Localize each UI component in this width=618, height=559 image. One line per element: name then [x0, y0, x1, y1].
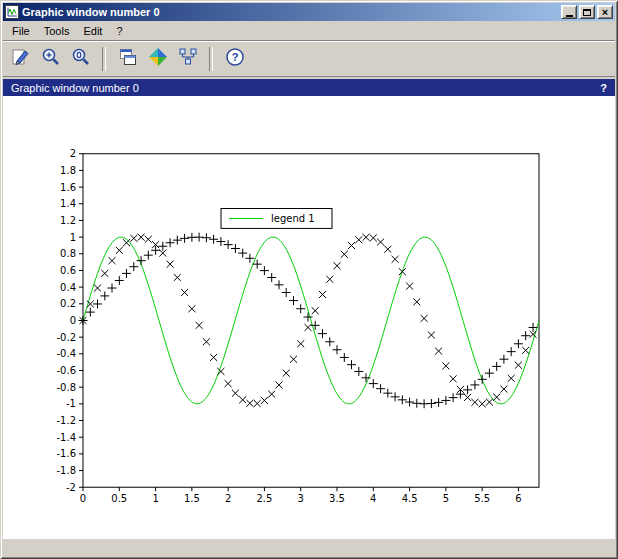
svg-text:-1: -1 [66, 398, 76, 409]
svg-text:-0.4: -0.4 [57, 348, 76, 359]
menu-tools[interactable]: Tools [37, 23, 77, 39]
svg-text:2.5: 2.5 [256, 493, 272, 504]
maximize-icon [583, 9, 591, 16]
menu-file[interactable]: File [5, 23, 37, 39]
titlebar[interactable]: Graphic window number 0 × [3, 3, 615, 21]
toolbar-separator [209, 47, 213, 71]
window-bottom-frame [3, 539, 615, 556]
plot: 00.511.522.533.544.555.5621.81.61.41.210… [3, 96, 615, 539]
svg-text:0.6: 0.6 [60, 265, 76, 276]
svg-text:-0.8: -0.8 [57, 382, 76, 393]
close-icon: × [602, 7, 608, 17]
close-button[interactable]: × [597, 5, 613, 19]
ged-icon [178, 47, 198, 70]
svg-text:-2: -2 [66, 482, 76, 493]
help-icon: ? [225, 47, 245, 70]
svg-text:3: 3 [298, 493, 304, 504]
infobar-title: Graphic window number 0 [11, 82, 139, 94]
svg-text:1.4: 1.4 [60, 198, 76, 209]
svg-text:0.4: 0.4 [60, 282, 76, 293]
graphic-window: Graphic window number 0 × File Tools Edi… [0, 0, 618, 559]
minimize-button[interactable] [561, 5, 577, 19]
svg-text:-1.6: -1.6 [57, 448, 76, 459]
export-icon [11, 47, 31, 70]
zoom-original-icon [71, 47, 91, 70]
svg-text:1.6: 1.6 [60, 182, 76, 193]
infobar: Graphic window number 0 ? [3, 79, 615, 96]
svg-text:6: 6 [515, 493, 521, 504]
copy-window-icon [118, 47, 138, 70]
toolbar: ? [3, 40, 615, 77]
svg-text:3.5: 3.5 [329, 493, 345, 504]
rotate-3d-button[interactable] [144, 45, 171, 72]
export-button[interactable] [7, 45, 34, 72]
svg-text:legend 1: legend 1 [271, 213, 315, 224]
menubar: File Tools Edit ? [3, 21, 615, 40]
window-title: Graphic window number 0 [22, 6, 558, 18]
svg-text:1: 1 [152, 493, 158, 504]
zoom-in-button[interactable] [37, 45, 64, 72]
svg-text:2: 2 [225, 493, 231, 504]
svg-text:4: 4 [370, 493, 376, 504]
svg-text:0.5: 0.5 [111, 493, 127, 504]
svg-text:4.5: 4.5 [402, 493, 418, 504]
svg-text:-1.4: -1.4 [57, 432, 76, 443]
menu-help[interactable]: ? [109, 23, 129, 39]
svg-text:0.8: 0.8 [60, 248, 76, 259]
help-glyph: ? [231, 51, 238, 63]
menu-edit[interactable]: Edit [76, 23, 109, 39]
svg-text:1: 1 [70, 232, 76, 243]
svg-text:-0.2: -0.2 [57, 332, 76, 343]
maximize-button[interactable] [579, 5, 595, 19]
svg-text:1.8: 1.8 [60, 165, 76, 176]
zoom-original-button[interactable] [67, 45, 94, 72]
copy-window-button[interactable] [114, 45, 141, 72]
toolbar-separator [102, 47, 106, 71]
svg-text:0: 0 [70, 315, 76, 326]
zoom-in-icon [41, 47, 61, 70]
svg-text:2: 2 [70, 148, 76, 159]
svg-text:-1.8: -1.8 [57, 465, 76, 476]
svg-text:5: 5 [443, 493, 449, 504]
svg-text:-0.6: -0.6 [57, 365, 76, 376]
ged-button[interactable] [174, 45, 201, 72]
svg-text:5.5: 5.5 [474, 493, 490, 504]
plot-canvas[interactable]: 00.511.522.533.544.555.5621.81.61.41.210… [3, 96, 615, 539]
minimize-icon [566, 15, 573, 17]
infobar-help-icon[interactable]: ? [600, 82, 607, 94]
svg-text:0.2: 0.2 [60, 298, 76, 309]
help-button[interactable]: ? [221, 45, 248, 72]
app-icon [5, 5, 19, 19]
svg-text:1.2: 1.2 [60, 215, 76, 226]
svg-text:0: 0 [80, 493, 86, 504]
rotate-3d-icon [148, 47, 168, 70]
window-controls: × [561, 5, 613, 19]
svg-text:1.5: 1.5 [184, 493, 200, 504]
svg-text:-1.2: -1.2 [57, 415, 76, 426]
